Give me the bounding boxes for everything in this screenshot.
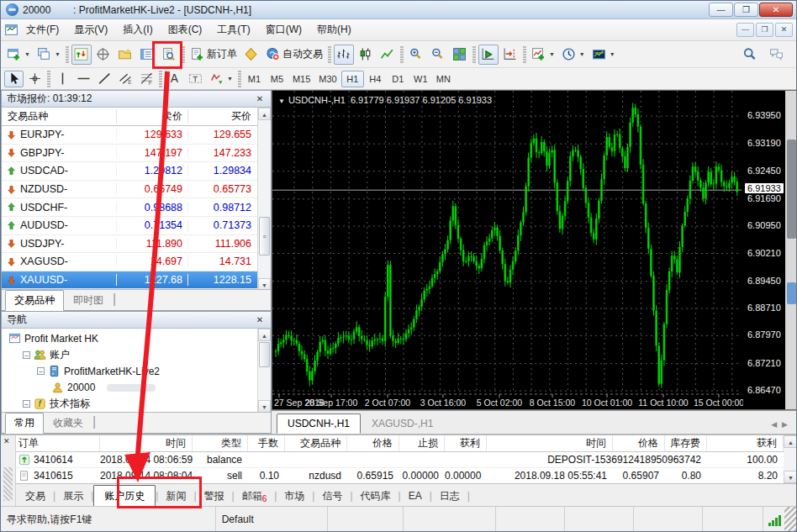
scroll-up-icon[interactable]: ▲ [784,435,797,448]
crosshair-button[interactable] [25,71,45,87]
navigator-titlebar[interactable]: 导航 ✕ [2,312,271,329]
chart-shift-button[interactable] [500,45,520,65]
new-order-button[interactable]: 新订单 [187,45,240,65]
terminal-tab-市场[interactable]: 市场 [277,486,312,507]
terminal-tab-日志[interactable]: 日志 [432,486,467,507]
market-watch-tab[interactable]: 即时图 [64,290,113,311]
price-chart[interactable]: 27 Sep 201828 Sep 17:002 Oct 07:003 Oct … [272,91,743,409]
cursor-button[interactable] [4,71,24,87]
market-watch-row[interactable]: XAUUSD-1227.681228.15 [2,271,271,290]
tree-expander[interactable]: – [23,400,30,408]
navigator-tab[interactable]: 常用 [5,413,44,434]
terminal-drag-handle[interactable] [3,467,13,501]
navigator-tab[interactable]: 收藏夹 [44,413,92,434]
timeframe-h1-button[interactable]: H1 [341,71,364,87]
chart-tab-scroll-icons[interactable]: ◀▶ [771,420,793,434]
zoom-out-button[interactable] [428,45,448,65]
scroll-down-icon[interactable]: ▼ [258,400,271,413]
arrows-button[interactable]: ▼ [207,71,235,87]
templates-button[interactable]: ▼ [589,45,618,65]
tree-item-ProfitMarketHK-Live2[interactable]: –ProfitMarketHK-Live2 [2,363,271,380]
text-button[interactable]: A [165,71,184,87]
search-button[interactable] [739,45,759,65]
market-watch-titlebar[interactable]: 市场报价: 01:39:12 ✕ [2,91,271,108]
title-bar[interactable]: 20000 : ProfitMarketHK-Live2 - [USDCNH-,… [1,1,796,19]
autotrading-button[interactable]: 自动交易 [263,45,325,65]
candlestick-button[interactable] [356,45,376,65]
periods-button[interactable]: ▼ [559,45,588,65]
tree-expander[interactable]: – [37,367,45,375]
restore-button[interactable]: ❐ [734,3,758,17]
table-row[interactable]: 34106142018.09.14 08:06:59balanceDEPOSIT… [16,452,784,468]
mdi-restore-button[interactable]: ❐ [756,23,773,37]
label-button[interactable]: T [186,71,205,87]
tree-item-20000[interactable]: 20000 [2,380,271,397]
minimize-button[interactable]: — [709,3,733,17]
chart-scrollbar[interactable] [785,91,797,409]
market-watch-button[interactable] [71,45,92,65]
resize-grip[interactable] [784,507,797,532]
new-chart-button[interactable]: ▼ [4,45,33,65]
hline-button[interactable] [74,71,93,87]
tree-expander[interactable]: – [23,351,30,359]
auto-scroll-button[interactable] [478,45,499,65]
terminal-tab-代码库[interactable]: 代码库 [353,486,398,507]
terminal-tab-新闻[interactable]: 新闻 [158,486,193,507]
market-watch-row[interactable]: NZDUSD-0.657490.65773 [2,181,271,199]
scroll-down-icon[interactable]: ▼ [784,471,797,483]
account-history-table[interactable]: 订单时间类型手数交易品种价格止损获利时间价格库存费获利34106142018.0… [16,435,784,483]
chart-tab[interactable]: USDCNH-,H1 [277,413,361,434]
timeframe-m5-button[interactable]: M5 [266,71,288,87]
tree-item-账户[interactable]: –账户 [2,347,271,364]
trendline-button[interactable] [95,71,114,87]
scroll-up-icon[interactable]: ▲ [258,108,271,120]
metaeditor-button[interactable] [241,45,261,65]
chart-tab[interactable]: XAGUSD-,H1 [361,413,444,434]
profiles-button[interactable]: ▼ [34,45,63,65]
tree-item-技术指标[interactable]: –f技术指标 [2,396,271,413]
scroll-thumb[interactable]: ≡ [259,217,270,255]
terminal-button[interactable] [137,45,157,65]
menu-item[interactable]: 显示(V) [66,20,115,40]
timeframe-m30-button[interactable]: M30 [314,71,340,87]
terminal-tab-邮箱[interactable]: 邮箱6 [235,486,275,507]
tile-windows-button[interactable] [450,45,470,65]
fibonacci-button[interactable]: F [137,71,156,87]
mdi-close-button[interactable]: ✕ [775,23,793,37]
terminal-tab-展示[interactable]: 展示 [55,486,91,507]
scroll-up-icon[interactable]: ▲ [258,329,271,341]
market-watch-tab[interactable]: 交易品种 [5,290,64,311]
tree-item-Profit Market HK[interactable]: Profit Market HK [2,330,271,347]
scroll-thumb[interactable] [259,342,270,367]
market-watch-row[interactable]: AUDUSD-0.713540.71373 [2,217,271,235]
terminal-tab-信号[interactable]: 信号 [314,486,350,507]
navigator-close-icon[interactable]: ✕ [254,315,266,324]
timeframe-m1-button[interactable]: M1 [243,71,266,87]
market-watch-row[interactable]: USDCAD-1.298121.29834 [2,162,271,181]
timeframe-m15-button[interactable]: M15 [288,71,314,87]
terminal-tab-账户历史[interactable]: 账户历史 [93,485,156,508]
chart-window[interactable]: ▼USDCNH-,H1 6.91779 6.91937 6.91205 6.91… [272,90,797,410]
timeframe-mn-button[interactable]: MN [432,71,455,87]
market-watch-row[interactable]: USDJPY-111.890111.906 [2,235,271,254]
terminal-close-icon[interactable]: ✕ [3,437,10,445]
menu-item[interactable]: 工具(T) [209,20,257,40]
mdi-minimize-button[interactable]: — [736,23,754,37]
table-row[interactable]: 34106152018.09.14 08:08:04sell0.10nzdusd… [16,468,784,483]
strategy-tester-button[interactable] [159,45,179,65]
timeframe-h4-button[interactable]: H4 [364,71,387,87]
timeframe-w1-button[interactable]: W1 [409,71,432,87]
navigator-button[interactable] [115,45,135,65]
menu-item[interactable]: 帮助(H) [309,20,359,40]
bar-chart-button[interactable] [334,45,354,65]
terminal-tab-警报[interactable]: 警报 [197,486,232,507]
close-button[interactable]: ✕ [759,3,793,17]
navigator-scrollbar[interactable]: ▲ ▼ [257,329,271,413]
zoom-in-button[interactable] [406,45,426,65]
chat-button[interactable] [766,45,786,65]
menu-item[interactable]: 图表(C) [161,20,210,40]
status-profile[interactable]: Default [216,507,328,532]
menu-item[interactable]: 文件(F) [18,20,66,40]
market-watch-row[interactable]: USDCHF-0.986880.98712 [2,198,271,217]
data-window-button[interactable] [93,45,113,65]
